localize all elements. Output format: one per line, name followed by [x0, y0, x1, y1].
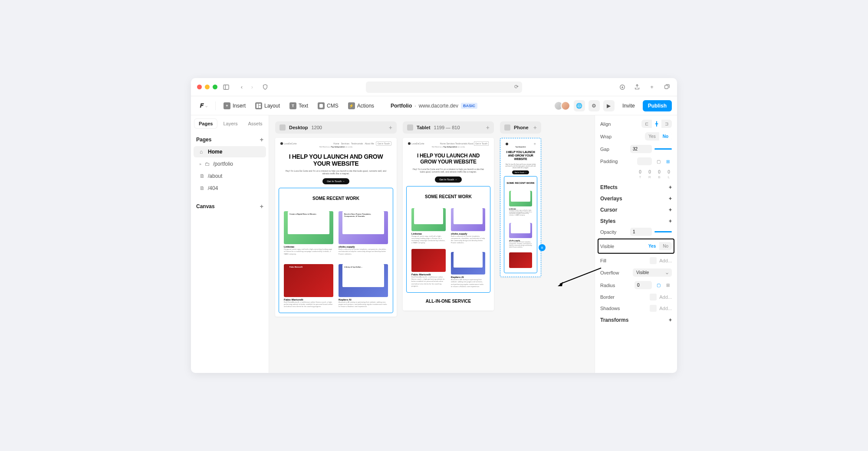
- add-transform-icon[interactable]: +: [669, 317, 672, 323]
- play-icon[interactable]: ▶: [603, 100, 615, 111]
- align-label: Align: [600, 121, 611, 127]
- page-preview-phone[interactable]: ☰ Top Independent I HELP YOU LAUNCH AND …: [500, 138, 541, 277]
- add-cursor-icon[interactable]: +: [669, 207, 672, 213]
- settings-icon[interactable]: ⚙: [589, 100, 600, 111]
- page-item-about[interactable]: 🗎/about: [194, 170, 266, 182]
- overflow-select[interactable]: Visible⌵: [633, 268, 672, 277]
- tab-pages[interactable]: Pages: [194, 119, 217, 128]
- canvas-section-header: Canvas+: [191, 199, 269, 212]
- transforms-section[interactable]: Transforms: [600, 317, 628, 323]
- tab-layers[interactable]: Layers: [219, 119, 242, 128]
- shadow-add[interactable]: Add...: [659, 306, 672, 311]
- page-item-404[interactable]: 🗎/404: [194, 183, 266, 194]
- breakpoint-desktop: Desktop1200+ LucaDaCorteHome Services Te…: [275, 121, 397, 367]
- insert-button[interactable]: Insert: [220, 100, 249, 111]
- add-breakpoint-icon[interactable]: +: [486, 124, 490, 131]
- minimize-window-icon[interactable]: [205, 85, 210, 89]
- wrap-label: Wrap: [600, 134, 612, 139]
- new-tab-icon[interactable]: +: [648, 83, 656, 92]
- padding-mode[interactable]: ▢⊞: [654, 157, 672, 165]
- visible-label: Visible: [600, 244, 614, 249]
- framer-menu[interactable]: 𝙁⌵: [196, 100, 211, 111]
- plan-badge: BASIC: [461, 103, 477, 109]
- radius-label: Radius: [600, 283, 615, 288]
- play-icon: [279, 124, 286, 131]
- visible-property-highlight: Visible YesNo: [598, 239, 674, 254]
- shield-icon[interactable]: [261, 83, 270, 92]
- overlays-section[interactable]: Overlays: [600, 196, 622, 202]
- pages-section-header: Pages+: [191, 132, 269, 146]
- visible-toggle[interactable]: YesNo: [645, 242, 672, 250]
- add-breakpoint-icon[interactable]: +: [533, 124, 537, 131]
- browser-titlebar: ‹ › ⟳ +: [191, 78, 677, 96]
- address-bar[interactable]: ⟳: [366, 82, 522, 93]
- border-swatch[interactable]: [650, 294, 657, 301]
- radius-mode[interactable]: ▢⊞: [654, 281, 672, 289]
- shadow-swatch[interactable]: [650, 305, 657, 312]
- fill-swatch[interactable]: [650, 257, 657, 264]
- app-window: ‹ › ⟳ + 𝙁⌵ Insert Layout TText CMS ⚡Acti…: [191, 78, 677, 373]
- add-canvas-icon[interactable]: +: [260, 203, 263, 210]
- cms-button[interactable]: CMS: [314, 100, 342, 111]
- cursor-section[interactable]: Cursor: [600, 207, 617, 213]
- tab-assets[interactable]: Assets: [243, 119, 266, 128]
- collaborator-avatars[interactable]: [556, 101, 570, 111]
- svg-rect-0: [224, 85, 229, 89]
- add-page-icon[interactable]: +: [260, 136, 263, 143]
- breakpoint-header-phone[interactable]: Phone+: [500, 121, 541, 134]
- breakpoint-header-desktop[interactable]: Desktop1200+: [275, 121, 397, 134]
- wrap-toggle[interactable]: YesNo: [645, 132, 672, 141]
- layout-button[interactable]: Layout: [252, 100, 283, 111]
- download-icon[interactable]: [618, 83, 627, 92]
- canvas-area[interactable]: Desktop1200+ LucaDaCorteHome Services Te…: [269, 115, 595, 373]
- svg-rect-6: [259, 106, 261, 108]
- chevron-down-icon: ⌵: [666, 270, 668, 275]
- tabs-icon[interactable]: [662, 83, 671, 92]
- fullscreen-window-icon[interactable]: [213, 85, 217, 89]
- add-style-icon[interactable]: +: [669, 218, 672, 224]
- breakpoint-header-tablet[interactable]: Tablet1199 — 810+: [403, 121, 494, 134]
- page-preview-desktop[interactable]: LucaDaCorteHome Services Testimonials Ab…: [275, 138, 397, 317]
- page-item-home[interactable]: ⌂Home: [194, 146, 266, 157]
- globe-icon[interactable]: 🌐: [574, 100, 585, 111]
- gap-label: Gap: [600, 147, 609, 152]
- align-control[interactable]: ⊏╋⊐: [641, 120, 672, 128]
- forward-icon[interactable]: ›: [248, 83, 256, 92]
- page-item-portfolio[interactable]: ▸🗀/portfolio: [194, 158, 266, 170]
- close-window-icon[interactable]: [197, 85, 202, 89]
- opacity-input[interactable]: [630, 228, 652, 236]
- publish-button[interactable]: Publish: [643, 100, 672, 111]
- effects-section[interactable]: Effects: [600, 184, 618, 190]
- fill-label: Fill: [600, 258, 606, 263]
- sidebar-tabs: Pages Layers Assets: [191, 115, 269, 132]
- share-icon[interactable]: [633, 83, 641, 92]
- gap-input[interactable]: [630, 145, 652, 153]
- refresh-icon[interactable]: ⟳: [514, 84, 519, 90]
- svg-rect-3: [665, 85, 668, 88]
- actions-button[interactable]: ⚡Actions: [345, 100, 378, 111]
- svg-rect-5: [259, 104, 261, 105]
- add-effect-icon[interactable]: +: [669, 184, 672, 190]
- fill-add[interactable]: Add...: [659, 258, 672, 263]
- border-add[interactable]: Add...: [659, 294, 672, 300]
- add-overlay-icon[interactable]: +: [669, 196, 672, 202]
- back-icon[interactable]: ‹: [237, 83, 246, 92]
- opacity-slider[interactable]: [654, 231, 672, 232]
- breakpoint-phone: Phone+ ☰ Top Independent I HELP YOU LAUN…: [500, 121, 541, 367]
- gap-slider[interactable]: [654, 148, 672, 150]
- border-label: Border: [600, 294, 615, 300]
- left-sidebar: Pages Layers Assets Pages+ ⌂Home ▸🗀/port…: [191, 115, 269, 373]
- opacity-label: Opacity: [600, 229, 616, 235]
- add-breakpoint-icon[interactable]: +: [389, 124, 392, 131]
- padding-input[interactable]: [637, 157, 652, 165]
- styles-section[interactable]: Styles: [600, 218, 615, 224]
- page-preview-tablet[interactable]: LucaDaCorteHome Services Testimonials Ab…: [403, 138, 494, 310]
- hero-heading: I HELP YOU LAUNCH AND GROW YOUR WEBSITE: [281, 153, 391, 167]
- resize-handle-icon[interactable]: ≡: [539, 244, 546, 251]
- padding-label: Padding: [600, 159, 618, 164]
- text-button[interactable]: TText: [286, 100, 312, 111]
- sidebar-toggle-icon[interactable]: [222, 83, 230, 92]
- page-icon: 🗎: [200, 185, 205, 191]
- invite-button[interactable]: Invite: [618, 101, 639, 111]
- radius-input[interactable]: [635, 281, 652, 289]
